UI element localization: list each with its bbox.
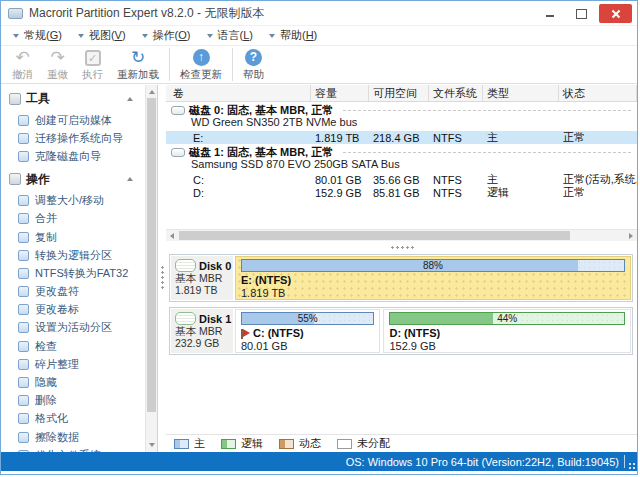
sidebar-item-label: 调整大小/移动 [35, 193, 104, 208]
column-header-file-system[interactable]: 文件系统 [429, 85, 483, 101]
disk-group-title: 磁盘 1: 固态, 基本 MBR, 正常 [189, 146, 333, 158]
column-header-free-space[interactable]: 可用空间 [369, 85, 429, 101]
sidebar-scrollbar[interactable] [145, 85, 157, 452]
partition-D[interactable]: 44%D: (NTFS)152.9 GB [383, 309, 631, 353]
tools-icon [9, 93, 21, 105]
sidebar-item-label: 碎片整理 [35, 357, 79, 372]
partition-label: D: (NTFS) [389, 327, 440, 340]
menu-item-label: 语言(L) [218, 28, 253, 43]
menu-item-O[interactable]: 操作(O) [134, 28, 199, 43]
table-horizontal-scrollbar[interactable] [166, 229, 637, 241]
column-header-type[interactable]: 类型 [483, 85, 559, 101]
sidebar-item[interactable]: 创建可启动媒体 [1, 111, 145, 129]
cell-volume: D: [166, 187, 311, 199]
sidebar-item[interactable]: 擦除数据 [1, 428, 145, 446]
menu-bar: 常规(G)视图(V)操作(O)语言(L)帮助(H) [1, 26, 637, 46]
disk-info[interactable]: Disk 1基本 MBR232.9 GB [171, 309, 233, 353]
toolbar-redo-button[interactable]: ↷重做 [40, 48, 75, 82]
undo-icon: ↶ [15, 48, 29, 67]
collapse-caret-icon[interactable] [127, 97, 133, 101]
sidebar-item-label: 更改盘符 [35, 284, 79, 299]
sidebar-item[interactable]: 转换为逻辑分区 [1, 246, 145, 264]
check-update-icon: ↑ [193, 49, 210, 66]
menu-item-G[interactable]: 常规(G) [5, 28, 70, 43]
column-header-status[interactable]: 状态 [559, 85, 637, 101]
legend-swatch-primary [174, 439, 189, 449]
sidebar-item[interactable]: 克隆磁盘向导 [1, 147, 145, 165]
menu-item-V[interactable]: 视图(V) [70, 28, 134, 43]
minimize-button[interactable] [537, 5, 563, 23]
collapse-caret-icon[interactable] [127, 177, 133, 181]
sidebar-item[interactable]: 碎片整理 [1, 355, 145, 373]
vertical-splitter[interactable] [157, 85, 166, 452]
sidebar-item[interactable]: 更改卷标 [1, 301, 145, 319]
partition-E[interactable]: 88%E: (NTFS)1.819 TB [235, 256, 631, 300]
partition-C[interactable]: 55%C: (NTFS)80.01 GB [235, 309, 380, 353]
sidebar-item[interactable]: 删除 [1, 392, 145, 410]
title-bar: Macrorit Partition Expert v8.2.0 - 无限制版本 [1, 1, 637, 26]
legend-swatch-unallocated [337, 439, 352, 449]
disk-group-row-0[interactable]: 磁盘 0: 固态, 基本 MBR, 正常WD Green SN350 2TB N… [166, 102, 637, 131]
toolbar-undo-button[interactable]: ↶撤消 [5, 48, 40, 82]
sidebar-item[interactable]: 格式化 [1, 410, 145, 428]
usage-percent: 88% [242, 260, 624, 271]
menu-item-label: 视图(V) [89, 28, 126, 43]
close-button[interactable] [599, 4, 632, 23]
toolbar-execute-button[interactable]: ✓执行 [75, 48, 110, 82]
volume-row-D[interactable]: D:152.9 GB85.81 GBNTFS逻辑正常 [166, 186, 637, 199]
toolbar-help-button[interactable]: ?帮助 [236, 48, 271, 82]
chevron-down-icon [269, 34, 275, 38]
clone-disk-icon [18, 151, 29, 162]
menu-item-label: 操作(O) [153, 28, 191, 43]
sidebar-item[interactable]: 设置为活动分区 [1, 319, 145, 337]
sidebar-item[interactable]: 复制 [1, 228, 145, 246]
chevron-down-icon [78, 34, 84, 38]
check-icon [18, 341, 29, 352]
disk-group-row-1[interactable]: 磁盘 1: 固态, 基本 MBR, 正常Samsung SSD 870 EVO … [166, 144, 637, 173]
partition-label: E: (NTFS) [241, 274, 291, 287]
sidebar-item[interactable]: 更改盘符 [1, 283, 145, 301]
horizontal-splitter[interactable] [166, 241, 637, 254]
toolbar-reload-button[interactable]: ↻重新加载 [110, 48, 166, 82]
disk-scheme: 基本 MBR [175, 272, 230, 284]
cell-free: 218.4 GB [369, 132, 429, 144]
partition-size: 80.01 GB [241, 340, 374, 353]
disk-info[interactable]: Disk 0基本 MBR1.819 TB [171, 256, 233, 300]
sidebar-scroll-thumb[interactable] [147, 98, 156, 412]
cell-status: 正常 [559, 185, 637, 200]
cell-fs: NTFS [429, 187, 483, 199]
horizontal-scroll-thumb[interactable] [179, 231, 570, 240]
disk-panel-0: Disk 0基本 MBR1.819 TB88%E: (NTFS)1.819 TB [169, 254, 633, 302]
sidebar-item[interactable]: 合并 [1, 210, 145, 228]
disk-panel-1: Disk 1基本 MBR232.9 GB55%C: (NTFS)80.01 GB… [169, 307, 633, 355]
column-header-capacity[interactable]: 容量 [311, 85, 369, 101]
toolbar-button-label: 帮助 [243, 68, 264, 82]
column-header-volume[interactable]: 卷 [166, 85, 311, 101]
sidebar-item[interactable]: 检查 [1, 337, 145, 355]
toolbar-button-label: 执行 [82, 68, 103, 82]
sidebar-item[interactable]: NTFS转换为FAT32 [1, 264, 145, 282]
menu-item-label: 常规(G) [24, 28, 62, 43]
legend-label: 动态 [299, 436, 321, 451]
volume-row-E[interactable]: E:1.819 TB218.4 GBNTFS主正常 [166, 131, 637, 144]
sidebar-section-tools[interactable]: 工具 [1, 85, 145, 111]
scroll-down-icon[interactable] [149, 443, 155, 447]
scroll-up-icon[interactable] [149, 90, 155, 94]
menu-item-H[interactable]: 帮助(H) [261, 28, 325, 43]
sidebar-item-label: 更改卷标 [35, 302, 79, 317]
sidebar-item[interactable]: 迁移操作系统向导 [1, 129, 145, 147]
sidebar-section-operations[interactable]: 操作 [1, 166, 145, 192]
maximize-button[interactable] [568, 5, 594, 23]
scroll-left-icon[interactable] [170, 233, 174, 239]
chevron-down-icon [13, 34, 19, 38]
drive-icon [175, 259, 196, 272]
menu-item-L[interactable]: 语言(L) [199, 28, 261, 43]
partition-name-row: C: (NTFS) [241, 327, 374, 340]
disk-name: Disk 0 [199, 260, 231, 272]
resize-grip[interactable] [627, 461, 636, 470]
usage-percent: 44% [390, 313, 624, 324]
sidebar-item[interactable]: 调整大小/移动 [1, 192, 145, 210]
sidebar-item[interactable]: 隐藏 [1, 373, 145, 391]
scroll-right-icon[interactable] [629, 233, 633, 239]
toolbar-check-update-button[interactable]: ↑检查更新 [173, 48, 229, 82]
